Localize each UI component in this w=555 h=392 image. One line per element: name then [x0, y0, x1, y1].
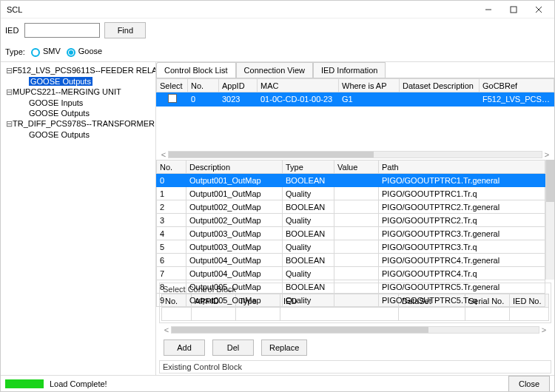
- table-row[interactable]: 6Output004_OutMapBOOLEANPIGO/GOOUTPTRC4.…: [157, 254, 545, 267]
- del-button[interactable]: Del: [212, 339, 254, 356]
- radio-goose[interactable]: Goose: [67, 47, 102, 56]
- table-row[interactable]: 3Output002_OutMapQualityPIGO/GOOUTPTRC2.…: [157, 214, 545, 227]
- tab-control-block-list[interactable]: Control Block List: [156, 62, 236, 78]
- ds-col-type: Type: [283, 160, 334, 174]
- replace-button[interactable]: Replace: [261, 339, 307, 356]
- tree-node[interactable]: ⊟TR_DIFF_PCS978S--TRANSFORMER RELAY: [2, 118, 154, 129]
- table-row[interactable]: 8Output005_OutMapBOOLEANPIGO/GOOUTPTRC5.…: [157, 280, 545, 294]
- col-gocbref: GoCBRef: [480, 79, 554, 92]
- table-row[interactable]: 9Output005_OutMapQualityPIGO/GOOUTPTRC5.…: [157, 294, 545, 307]
- col-dataset-desc: Dataset Description: [400, 79, 480, 92]
- col-where-ap: Where is AP: [339, 79, 400, 92]
- col-appid: AppID: [219, 79, 258, 92]
- vertical-scrollbar[interactable]: [545, 160, 554, 280]
- status-text: Load Complete!: [50, 379, 107, 388]
- dataset-table[interactable]: No. Description Type Value Path 0Output0…: [156, 160, 545, 307]
- scroll-left-icon[interactable]: <: [162, 325, 171, 334]
- control-block-table[interactable]: Select No. AppID MAC Where is AP Dataset…: [156, 78, 554, 107]
- svg-rect-1: [511, 7, 517, 13]
- add-button[interactable]: Add: [164, 339, 205, 356]
- col-select: Select: [157, 79, 188, 92]
- existing-control-block-label: Existing Control Block: [161, 362, 549, 371]
- table-row[interactable]: 1Output001_OutMapQualityPIGO/GOOUTPTRC1.…: [157, 187, 545, 200]
- close-button[interactable]: Close: [508, 376, 550, 392]
- close-window-button[interactable]: [526, 1, 551, 18]
- tree-node-goose-outputs[interactable]: GOOSE Outputs: [2, 129, 154, 140]
- tree-node[interactable]: ⊟MUPCS221--MERGING UNIT: [2, 87, 154, 98]
- ds-col-path: Path: [379, 160, 545, 174]
- ied-tree[interactable]: ⊟F512_LVS_PCS9611S--FEEDER RELAY GOOSE O…: [1, 62, 156, 375]
- table-row[interactable]: 7Output004_OutMapQualityPIGO/GOOUTPTRC4.…: [157, 267, 545, 280]
- tree-node-goose-outputs[interactable]: GOOSE Outputs: [2, 76, 154, 87]
- row-select-checkbox[interactable]: [168, 94, 177, 103]
- table-row[interactable]: 0Output001_OutMapBOOLEANPIGO/GOOUTPTRC1.…: [157, 174, 545, 187]
- progress-bar: [5, 379, 44, 388]
- scroll-right-icon[interactable]: >: [542, 150, 551, 159]
- window-title: SCL: [7, 5, 476, 14]
- table-row[interactable]: 0 3023 01-0C-CD-01-00-23 G1 F512_LVS_PCS…: [157, 92, 554, 107]
- tree-node[interactable]: ⊟F512_LVS_PCS9611S--FEEDER RELAY: [2, 65, 154, 76]
- minimize-button[interactable]: [476, 1, 501, 18]
- table-row[interactable]: [162, 308, 549, 321]
- tab-ied-information[interactable]: IED Information: [313, 62, 386, 78]
- horizontal-scrollbar[interactable]: < >: [159, 325, 551, 335]
- horizontal-scrollbar[interactable]: < >: [156, 149, 554, 160]
- maximize-button[interactable]: [501, 1, 526, 18]
- ds-col-desc: Description: [186, 160, 283, 174]
- tree-node-goose-inputs[interactable]: GOOSE Inputs: [2, 98, 154, 108]
- table-row[interactable]: 4Output003_OutMapBOOLEANPIGO/GOOUTPTRC3.…: [157, 227, 545, 240]
- table-row[interactable]: 5Output003_OutMapQualityPIGO/GOOUTPTRC3.…: [157, 240, 545, 254]
- tree-node-goose-outputs[interactable]: GOOSE Outputs: [2, 108, 154, 118]
- col-mac: MAC: [258, 79, 339, 92]
- tab-connection-view[interactable]: Connection View: [236, 62, 313, 78]
- ds-col-value: Value: [334, 160, 379, 174]
- col-no: No.: [188, 79, 219, 92]
- table-row[interactable]: 2Output002_OutMapBOOLEANPIGO/GOOUTPTRC2.…: [157, 200, 545, 214]
- radio-smv[interactable]: SMV: [31, 47, 61, 56]
- type-label: Type:: [5, 47, 25, 56]
- ds-col-no: No.: [157, 160, 186, 174]
- scroll-right-icon[interactable]: >: [539, 325, 548, 334]
- ied-label: IED: [5, 26, 18, 35]
- ied-search-input[interactable]: [24, 23, 100, 38]
- find-button[interactable]: Find: [104, 22, 146, 38]
- scroll-left-icon[interactable]: <: [159, 150, 168, 159]
